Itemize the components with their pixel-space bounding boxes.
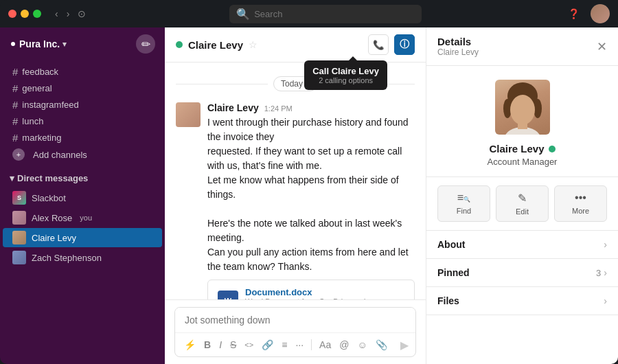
search-input[interactable]: [254, 9, 415, 19]
workspace-status-icon: [10, 41, 16, 47]
details-close-button[interactable]: ✕: [597, 39, 607, 54]
chat-area: Claire Levy ☆ 📞 ⓘ Call Claire Levy 2 cal…: [165, 27, 426, 364]
help-icon[interactable]: ❓: [568, 8, 580, 19]
workspace-header[interactable]: Pura Inc. ▾ ✏: [0, 27, 165, 60]
profile-name-row: Claire Levy: [489, 143, 555, 155]
sidebar-item-instagramfeed[interactable]: # instagramfeed: [3, 97, 162, 113]
dm-item-alex[interactable]: Alex Rose you: [3, 208, 162, 227]
about-section: About ›: [426, 231, 618, 259]
pinned-chevron-icon: ›: [604, 267, 607, 278]
fontsize-button[interactable]: Aa: [317, 337, 333, 352]
message-content: Claire Levy 1:24 PM I went through their…: [207, 102, 415, 299]
add-icon: +: [12, 148, 25, 161]
dm-item-slackbot[interactable]: S Slackbot: [3, 188, 162, 207]
pinned-section-row[interactable]: Pinned 3 ›: [426, 259, 618, 286]
strikethrough-button[interactable]: S: [228, 337, 238, 352]
forward-button[interactable]: ›: [64, 7, 73, 21]
details-panel-header: Details Claire Levy ✕: [426, 27, 618, 66]
call-tooltip: Call Claire Levy 2 calling options: [304, 60, 387, 90]
hash-icon: #: [12, 115, 18, 127]
italic-button[interactable]: I: [217, 337, 224, 352]
input-toolbar: ⚡ B I S <> 🔗 ≡ ··· Aa @ ☺ 📎: [175, 332, 415, 356]
minimize-traffic-light[interactable]: [21, 10, 29, 18]
more-action-button[interactable]: ••• More: [554, 185, 607, 222]
compose-button[interactable]: ✏: [136, 34, 155, 54]
hash-icon: #: [12, 82, 18, 94]
user-avatar[interactable]: [591, 4, 610, 23]
sidebar-item-feedback[interactable]: # feedback: [3, 64, 162, 80]
traffic-lights: [8, 10, 41, 18]
doc-info: Document.docx Word Document from OneDriv…: [245, 287, 404, 299]
search-icon: 🔍: [236, 8, 250, 21]
files-chevron-icon: ›: [604, 295, 607, 306]
files-section-row[interactable]: Files ›: [426, 287, 618, 315]
toolbar-divider: [311, 339, 312, 350]
chat-header-right: 📞 ⓘ Call Claire Levy 2 calling options: [368, 34, 415, 55]
claire-avatar: [12, 231, 26, 244]
link-button[interactable]: 🔗: [260, 337, 275, 352]
phone-icon: 📞: [373, 40, 385, 50]
dm-item-claire[interactable]: Claire Levy: [3, 228, 162, 247]
sidebar-item-lunch[interactable]: # lunch: [3, 113, 162, 129]
more-format-button[interactable]: ···: [293, 337, 306, 352]
chat-header-left: Claire Levy ☆: [176, 39, 258, 51]
doc-header: W Document.docx Word Document from OneDr…: [208, 280, 414, 299]
mention-button[interactable]: @: [337, 337, 351, 352]
profile-presence-dot: [549, 146, 556, 152]
chat-header: Claire Levy ☆ 📞 ⓘ Call Claire Levy 2 cal…: [165, 27, 426, 62]
list-button[interactable]: ≡: [279, 337, 289, 352]
call-button[interactable]: 📞: [368, 34, 389, 55]
sidebar: Pura Inc. ▾ ✏ # feedback # general # ins…: [0, 27, 165, 364]
title-bar: ‹ › ⊙ 🔍 ❓: [0, 0, 618, 27]
profile-section: Claire Levy Account Manager: [426, 66, 618, 177]
slackbot-avatar: S: [12, 191, 26, 205]
bold-button[interactable]: B: [202, 337, 213, 352]
document-attachment[interactable]: W Document.docx Word Document from OneDr…: [207, 280, 415, 299]
word-doc-icon: W: [218, 291, 238, 300]
hash-icon: #: [12, 132, 18, 144]
star-icon[interactable]: ☆: [249, 39, 258, 50]
history-button[interactable]: ⊙: [75, 7, 89, 21]
sidebar-item-general[interactable]: # general: [3, 80, 162, 96]
emoji-button[interactable]: ☺: [355, 337, 369, 352]
search-bar[interactable]: 🔍: [229, 5, 422, 23]
about-chevron-icon: ›: [604, 239, 607, 250]
zach-avatar: [12, 251, 26, 264]
sidebar-item-marketing[interactable]: # marketing: [3, 130, 162, 146]
message-input[interactable]: [175, 308, 415, 332]
you-label: you: [78, 214, 92, 222]
message-time: 1:24 PM: [264, 104, 293, 113]
svg-rect-5: [518, 122, 527, 129]
files-section: Files ›: [426, 287, 618, 315]
alex-avatar: [12, 211, 26, 225]
back-button[interactable]: ‹: [52, 7, 61, 21]
edit-icon: ✎: [518, 192, 527, 205]
workspace-name: Pura Inc. ▾: [10, 38, 67, 49]
dm-item-zach[interactable]: Zach Stephenson: [3, 248, 162, 267]
online-presence-dot: [176, 41, 183, 48]
chat-title: Claire Levy: [188, 39, 243, 51]
pinned-section: Pinned 3 ›: [426, 259, 618, 287]
details-panel: Details Claire Levy ✕: [426, 27, 618, 364]
send-icon: ▶: [400, 339, 409, 351]
message-author: Claire Levy: [207, 102, 259, 113]
code-button[interactable]: <>: [242, 339, 255, 351]
about-section-row[interactable]: About ›: [426, 231, 618, 258]
details-subtitle: Claire Levy: [437, 47, 479, 57]
message-avatar: [176, 102, 201, 127]
attach-button[interactable]: 📎: [374, 337, 389, 352]
close-traffic-light[interactable]: [8, 10, 16, 18]
info-button[interactable]: ⓘ: [394, 34, 415, 55]
input-box: ⚡ B I S <> 🔗 ≡ ··· Aa @ ☺ 📎: [174, 307, 416, 357]
profile-name: Claire Levy: [489, 143, 544, 155]
chevron-down-icon: ▾: [10, 173, 14, 183]
find-action-button[interactable]: ≡🔍 Find: [437, 185, 490, 222]
svg-point-3: [510, 95, 535, 125]
lightning-button[interactable]: ⚡: [182, 337, 198, 352]
edit-action-button[interactable]: ✎ Edit: [496, 185, 549, 222]
dm-section-header[interactable]: ▾ Direct messages: [0, 169, 165, 187]
profile-avatar: [495, 80, 550, 135]
send-button[interactable]: ▶: [400, 339, 409, 352]
add-channels-button[interactable]: + Add channels: [3, 146, 162, 163]
fullscreen-traffic-light[interactable]: [33, 10, 41, 18]
